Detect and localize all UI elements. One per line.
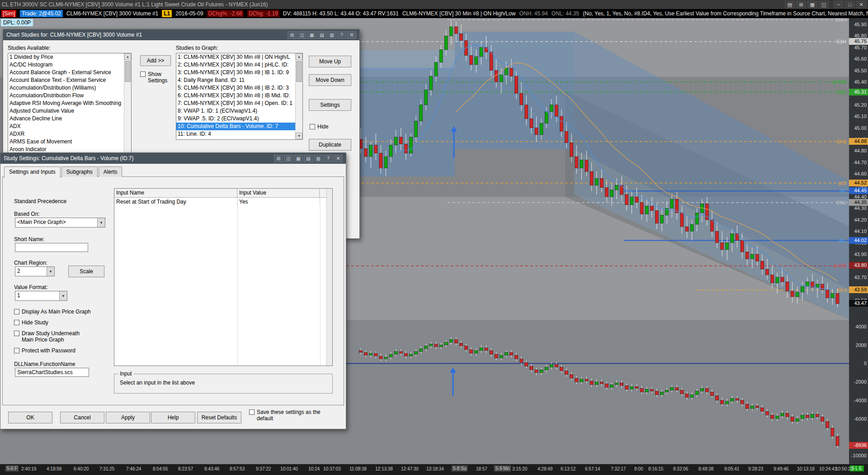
chevron-down-icon[interactable]: ▼ [59, 291, 67, 300]
log-icon[interactable]: ▤ [785, 1, 795, 8]
checkbox-icon[interactable] [14, 309, 19, 314]
studies-to-graph-list[interactable]: ▲ ▼ 1: CLM6-NYMEX [CBV] 30 Min #8 | ON H… [176, 53, 303, 140]
list-item[interactable]: 5: CLM6-NYMEX [CBV] 30 Min #8 | IB 2. ID… [176, 84, 302, 92]
help-icon[interactable]: ? [324, 155, 333, 162]
list-item[interactable]: ARMS Ease of Movement [8, 138, 131, 146]
list-item[interactable]: ADXR [8, 130, 131, 138]
table-row[interactable]: Reset at Start of Trading Day Yes [114, 198, 332, 206]
input-value-header[interactable]: Input Value [237, 189, 320, 197]
settings-button[interactable]: Settings [309, 99, 351, 111]
columns-icon[interactable]: ▥ [314, 155, 323, 162]
cancel-button[interactable]: Cancel [60, 412, 104, 423]
apply-button[interactable]: Apply [106, 412, 150, 423]
save-default-checkbox[interactable]: Save these settings as the default [249, 409, 321, 422]
scroll-up-icon[interactable]: ▲ [296, 53, 302, 60]
help-icon[interactable]: ? [337, 31, 346, 39]
window-list-icon[interactable]: ▤ [304, 155, 313, 162]
scroll-up-icon[interactable]: ▲ [124, 53, 131, 60]
quote-board-icon[interactable]: ▦ [807, 1, 817, 8]
list-item[interactable]: 2: CLM6-NYMEX [CBV] 30 Min #4 | pHLC. ID… [176, 61, 302, 69]
tab-subgraphs[interactable]: Subgraphs [61, 166, 98, 177]
price-scale[interactable]: 45.9045.8045.7045.6045.5045.4045.3045.20… [849, 18, 868, 464]
based-on-dropdown[interactable]: <Main Price Graph> ▼ [15, 218, 105, 228]
dll-function-input[interactable] [15, 368, 89, 377]
checkbox-icon[interactable] [310, 124, 315, 129]
list-item[interactable]: 8: VWAP 1. ID: 1 (ECIVwapV1.4) [176, 107, 302, 115]
draw-underneath-checkbox[interactable]: Draw Study Underneath Main Price Graph [14, 330, 91, 343]
chart-region-dropdown[interactable]: 2 ▼ [15, 266, 55, 276]
move-down-button[interactable]: Move Down [309, 74, 351, 86]
list-item[interactable]: Account Balance Graph - External Service [8, 69, 131, 76]
tab-settings-and-inputs[interactable]: Settings and Inputs [4, 166, 61, 178]
list-item[interactable]: 3: CLM6-NYMEX [CBV] 30 Min #8 | IB 1. ID… [176, 69, 302, 76]
list-item[interactable]: ADX [8, 123, 131, 130]
checkbox-icon[interactable] [14, 320, 19, 325]
list-item[interactable]: 7: CLM6-NYMEX [CBV] 30 Min #4 | Open. ID… [176, 100, 302, 107]
maximize-button[interactable]: □ [845, 1, 855, 8]
tab-alerts[interactable]: Alerts [99, 166, 123, 177]
chart-studies-dialog-titlebar[interactable]: Chart Studies for: CLM6-NYMEX [CBV] 3000… [3, 29, 359, 40]
scale-button[interactable]: Scale [68, 266, 104, 277]
study-settings-dialog[interactable]: Study Settings: Cumulative Delta Bars - … [0, 152, 346, 429]
move-up-button[interactable]: Move Up [309, 56, 351, 67]
grid-icon[interactable]: ⊞ [274, 155, 283, 162]
minimize-button[interactable]: ─ [834, 1, 844, 8]
reset-defaults-button[interactable]: Reset Defaults [197, 412, 241, 423]
level-label: E3H [837, 39, 846, 44]
value-format-dropdown[interactable]: 1 ▼ [15, 291, 67, 301]
short-name-input[interactable] [15, 243, 88, 252]
window-titlebar[interactable]: CL ETH 3000V SC CLM6-NYMEX [CBV] 3000 Vo… [0, 0, 868, 9]
time-axis[interactable]: 5 L E 5-6 F2:40:194:18:586:40:207:31:257… [0, 464, 868, 475]
scroll-down-icon[interactable]: ▼ [296, 133, 302, 139]
float-window-icon[interactable]: ◫ [284, 155, 293, 162]
close-icon[interactable]: ✕ [334, 155, 343, 162]
scrollbar-thumb[interactable] [296, 61, 302, 82]
add-study-button[interactable]: Add >> [140, 55, 171, 66]
hide-checkbox[interactable]: Hide [310, 124, 329, 130]
grid-icon[interactable]: ⊞ [796, 1, 806, 8]
list-item[interactable]: 9: VWAP .5. ID: 2 (ECIVwapV1.4) [176, 115, 302, 123]
help-button[interactable]: Help [151, 412, 195, 423]
list-item[interactable]: Adaptive RSI Moving Average With Smoothi… [8, 100, 131, 107]
tile-windows-icon[interactable]: ▦ [294, 155, 303, 162]
checkbox-icon[interactable] [14, 348, 19, 353]
windows-icon[interactable]: ◫ [819, 1, 829, 8]
close-button[interactable]: ✕ [856, 1, 866, 8]
ok-button[interactable]: OK [8, 412, 52, 423]
table-scrollbar[interactable] [326, 189, 332, 366]
onl-value: ONL: 44.35 [552, 10, 579, 17]
protect-password-checkbox[interactable]: Protect with Password [14, 347, 104, 354]
columns-icon[interactable]: ▥ [327, 31, 336, 39]
list-item[interactable]: Adjusted Cumulative Value [8, 107, 131, 115]
checkbox-icon[interactable] [140, 71, 146, 77]
hide-study-checkbox[interactable]: Hide Study [14, 319, 104, 326]
window-list-icon[interactable]: ▤ [317, 31, 326, 39]
list-item[interactable]: 6: CLM6-NYMEX [CBV] 30 Min #8 | IB Mid. … [176, 92, 302, 100]
list-item[interactable]: Accumulation/Distribution Flow [8, 92, 131, 100]
list-item[interactable]: Advance Decline Line [8, 115, 131, 123]
list-item[interactable]: Account Balance Text - External Service [8, 76, 131, 84]
chevron-down-icon[interactable]: ▼ [97, 218, 105, 227]
input-name-header[interactable]: Input Name [114, 189, 237, 197]
show-settings-checkbox[interactable]: Show Settings [140, 71, 176, 84]
chevron-down-icon[interactable]: ▼ [47, 267, 54, 276]
list-item[interactable]: 1: CLM6-NYMEX [CBV] 30 Min #8 | ON High/… [176, 53, 302, 61]
list-item[interactable]: 4: Daily Range Band. ID: 11 [176, 76, 302, 84]
duplicate-button[interactable]: Duplicate [309, 139, 351, 151]
list-item[interactable]: AC/DC Histogram [8, 61, 131, 69]
graph-list-scrollbar[interactable]: ▲ ▼ [295, 53, 302, 139]
list-item[interactable]: 1 Divided by Price [8, 53, 131, 61]
inputs-table[interactable]: Input Name Input Value Reset at Start of… [114, 188, 333, 366]
checkbox-icon[interactable] [249, 409, 255, 415]
float-window-icon[interactable]: ◫ [297, 31, 307, 39]
list-item[interactable]: 10: Cumulative Delta Bars - Volume. ID: … [176, 123, 302, 130]
close-icon[interactable]: ✕ [347, 31, 356, 39]
tile-windows-icon[interactable]: ▦ [307, 31, 316, 39]
scrollbar-thumb[interactable] [125, 61, 131, 82]
list-item[interactable]: Accumulation/Distribution (Williams) [8, 84, 131, 92]
grid-icon[interactable]: ⊞ [288, 31, 297, 39]
study-settings-dialog-titlebar[interactable]: Study Settings: Cumulative Delta Bars - … [0, 153, 346, 164]
checkbox-icon[interactable] [14, 331, 19, 336]
list-item[interactable]: 11: Line. ID: 4 [176, 130, 302, 138]
display-as-main-checkbox[interactable]: Display As Main Price Graph [14, 309, 104, 315]
